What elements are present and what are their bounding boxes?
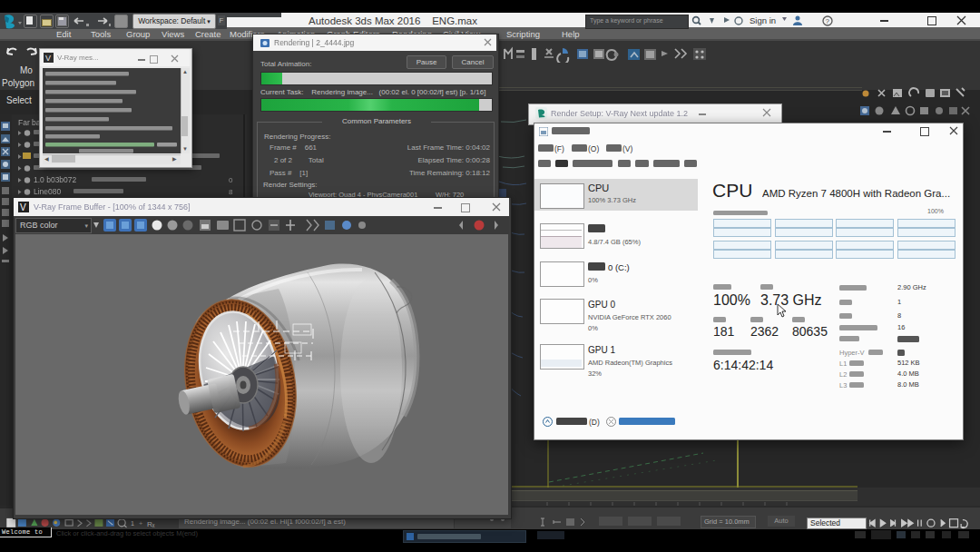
svg-text:Rₓ: Rₓ <box>147 520 155 528</box>
svg-text:1: 1 <box>131 519 134 527</box>
svg-text:1.0 b03b072: 1.0 b03b072 <box>34 175 77 184</box>
svg-text:Far ba: Far ba <box>18 118 41 127</box>
svg-text:?: ? <box>826 17 830 25</box>
svg-text:0: 0 <box>229 176 233 184</box>
svg-text:8: 8 <box>229 188 233 196</box>
svg-text:V: V <box>45 54 51 63</box>
svg-text:+: + <box>139 519 142 527</box>
svg-text:Line080: Line080 <box>34 187 62 196</box>
svg-text:V: V <box>20 202 26 212</box>
